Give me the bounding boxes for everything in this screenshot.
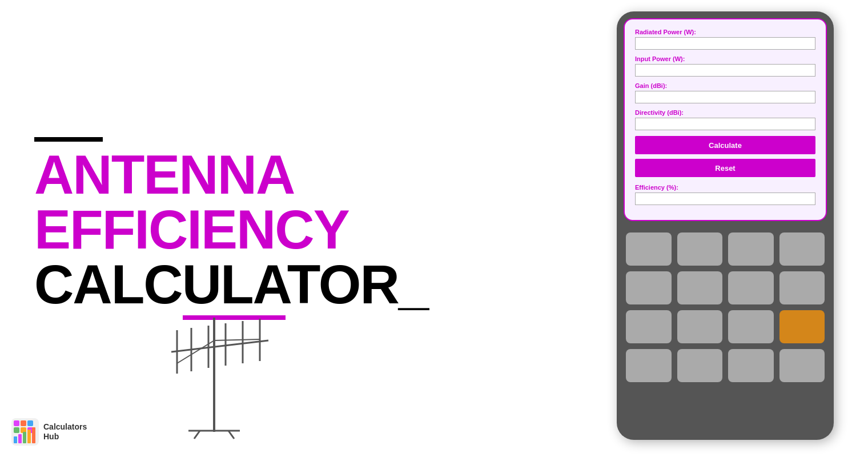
gain-group: Gain (dBi): — [635, 82, 815, 103]
title-line1: ANTENNA — [34, 147, 571, 202]
reset-button[interactable]: Reset — [635, 159, 815, 177]
directivity-group: Directivity (dBi): — [635, 109, 815, 130]
logo-name: Calculators — [43, 422, 87, 432]
input-power-group: Input Power (W): — [635, 55, 815, 77]
svg-rect-16 — [27, 420, 33, 426]
key-13[interactable] — [626, 349, 672, 382]
key-11[interactable] — [728, 310, 774, 343]
key-14[interactable] — [677, 349, 723, 382]
calculate-button[interactable]: Calculate — [635, 136, 815, 154]
key-3[interactable] — [728, 232, 774, 266]
svg-line-9 — [214, 339, 260, 340]
calculator-body: Radiated Power (W): Input Power (W): Gai… — [617, 11, 834, 440]
svg-rect-15 — [21, 420, 26, 426]
key-6[interactable] — [677, 271, 723, 304]
svg-rect-24 — [32, 427, 35, 443]
efficiency-label: Efficiency (%): — [635, 184, 815, 191]
directivity-input[interactable] — [635, 118, 815, 130]
logo-icon — [11, 418, 39, 446]
antenna-illustration — [126, 283, 303, 446]
key-15[interactable] — [728, 349, 774, 382]
svg-line-12 — [228, 431, 234, 439]
right-section: Radiated Power (W): Input Power (W): Gai… — [605, 11, 845, 446]
logo-name2: Hub — [43, 432, 87, 442]
title-line2: EFFICIENCY — [34, 202, 571, 257]
svg-line-1 — [171, 340, 268, 352]
input-power-label: Input Power (W): — [635, 55, 815, 62]
key-2[interactable] — [677, 232, 723, 266]
svg-rect-20 — [14, 436, 17, 443]
calculator-screen: Radiated Power (W): Input Power (W): Gai… — [624, 18, 827, 221]
keypad — [624, 230, 827, 384]
key-1[interactable] — [626, 232, 672, 266]
top-bar-decoration — [34, 137, 103, 142]
key-5[interactable] — [626, 271, 672, 304]
title-line3: CALCULATOR_ — [34, 257, 571, 312]
gain-label: Gain (dBi): — [635, 82, 815, 89]
left-section: ANTENNA EFFICIENCY CALCULATOR_ — [0, 0, 605, 457]
key-4[interactable] — [779, 232, 825, 266]
gain-input[interactable] — [635, 91, 815, 103]
logo-text: Calculators Hub — [43, 422, 87, 442]
svg-line-11 — [194, 431, 200, 439]
input-power-input[interactable] — [635, 64, 815, 77]
radiated-power-label: Radiated Power (W): — [635, 29, 815, 35]
logo: Calculators Hub — [11, 418, 87, 446]
key-10[interactable] — [677, 310, 723, 343]
svg-rect-21 — [18, 434, 22, 443]
key-orange[interactable] — [779, 310, 825, 343]
key-7[interactable] — [728, 271, 774, 304]
efficiency-group: Efficiency (%): — [635, 184, 815, 205]
key-9[interactable] — [626, 310, 672, 343]
radiated-power-group: Radiated Power (W): — [635, 29, 815, 50]
efficiency-output[interactable] — [635, 193, 815, 205]
radiated-power-input[interactable] — [635, 37, 815, 50]
antenna-svg — [126, 283, 303, 443]
directivity-label: Directivity (dBi): — [635, 109, 815, 116]
svg-rect-23 — [27, 430, 31, 443]
key-16[interactable] — [779, 349, 825, 382]
svg-rect-17 — [14, 427, 19, 433]
svg-rect-14 — [14, 420, 19, 426]
key-8[interactable] — [779, 271, 825, 304]
svg-rect-22 — [23, 432, 26, 443]
